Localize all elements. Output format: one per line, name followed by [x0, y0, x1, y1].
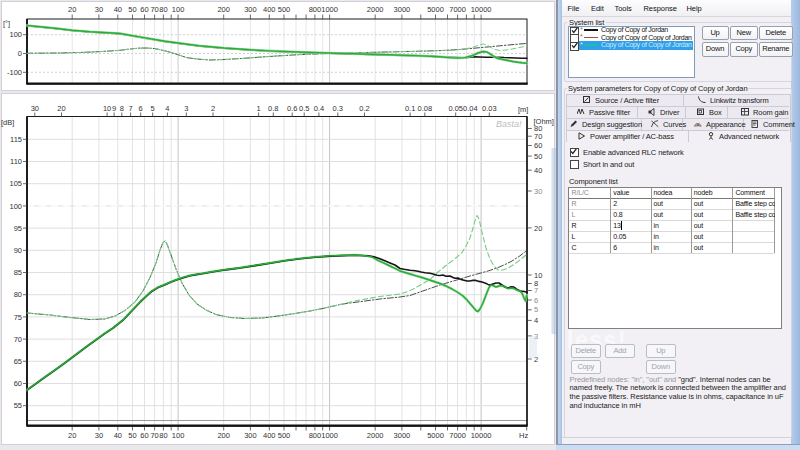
svg-text:85: 85 [14, 268, 22, 277]
svg-text:70: 70 [14, 335, 22, 344]
svg-text:2000: 2000 [367, 431, 384, 440]
svg-text:100: 100 [172, 5, 185, 14]
svg-text:0: 0 [18, 49, 22, 58]
svg-text:5: 5 [534, 305, 538, 314]
svg-text:115: 115 [10, 135, 22, 144]
svg-text:400: 400 [263, 5, 276, 14]
svg-text:70: 70 [150, 5, 158, 14]
svg-text:105: 105 [9, 179, 22, 188]
svg-text:400: 400 [263, 431, 276, 440]
svg-text:80: 80 [159, 431, 167, 440]
svg-text:4: 4 [165, 104, 169, 113]
svg-text:6: 6 [139, 104, 143, 113]
svg-text:20: 20 [68, 431, 76, 440]
svg-text:0.8: 0.8 [268, 104, 278, 113]
svg-text:30: 30 [95, 5, 103, 14]
svg-text:60: 60 [140, 5, 148, 14]
svg-text:0.04: 0.04 [463, 104, 478, 113]
svg-text:0.05: 0.05 [448, 104, 463, 113]
svg-text:0.2: 0.2 [359, 104, 369, 113]
svg-text:7: 7 [534, 286, 538, 295]
svg-text:50: 50 [128, 5, 136, 14]
svg-text:5000: 5000 [427, 5, 444, 14]
svg-text:500: 500 [278, 5, 291, 14]
svg-text:1000: 1000 [321, 5, 338, 14]
svg-text:8: 8 [120, 104, 124, 113]
svg-text:40: 40 [534, 166, 542, 175]
svg-text:110: 110 [10, 157, 22, 166]
svg-text:0.4: 0.4 [314, 104, 324, 113]
svg-text:2000: 2000 [367, 5, 384, 14]
svg-text:[°]: [°] [3, 19, 10, 28]
svg-text:90: 90 [14, 246, 22, 255]
svg-text:200: 200 [217, 5, 230, 14]
svg-text:30: 30 [534, 187, 542, 196]
svg-text:3000: 3000 [394, 431, 411, 440]
svg-text:40: 40 [114, 5, 122, 14]
svg-text:5000: 5000 [427, 431, 444, 440]
svg-text:70: 70 [150, 431, 158, 440]
svg-text:[m]: [m] [518, 105, 528, 114]
svg-text:3: 3 [184, 104, 188, 113]
svg-text:100: 100 [9, 202, 22, 211]
svg-text:300: 300 [244, 5, 257, 14]
svg-text:20: 20 [57, 104, 65, 113]
svg-text:95: 95 [14, 224, 22, 233]
svg-text:10: 10 [103, 104, 111, 113]
svg-text:200: 200 [217, 431, 230, 440]
svg-text:70: 70 [534, 132, 542, 141]
svg-text:500: 500 [278, 431, 291, 440]
svg-text:[dB]: [dB] [1, 118, 14, 127]
svg-text:50: 50 [128, 431, 136, 440]
svg-text:40: 40 [114, 431, 122, 440]
svg-text:60: 60 [140, 431, 148, 440]
svg-text:4: 4 [534, 316, 538, 325]
svg-text:7: 7 [129, 104, 133, 113]
svg-text:1000: 1000 [321, 431, 338, 440]
svg-text:60: 60 [534, 141, 542, 150]
svg-text:10000: 10000 [471, 431, 492, 440]
svg-text:100: 100 [172, 431, 185, 440]
svg-text:Basta!: Basta! [496, 119, 522, 129]
svg-text:80: 80 [14, 290, 22, 299]
svg-text:3000: 3000 [394, 5, 411, 14]
svg-text:20: 20 [534, 224, 542, 233]
svg-text:Hz: Hz [519, 431, 528, 440]
svg-text:0.5: 0.5 [299, 104, 309, 113]
svg-text:800: 800 [309, 431, 322, 440]
svg-text:9: 9 [112, 104, 116, 113]
svg-text:1: 1 [257, 104, 261, 113]
svg-text:30: 30 [95, 431, 103, 440]
svg-text:0.08: 0.08 [417, 104, 432, 113]
svg-text:55: 55 [14, 401, 22, 410]
svg-text:2: 2 [211, 104, 215, 113]
svg-text:7000: 7000 [449, 431, 466, 440]
svg-text:0.1: 0.1 [405, 104, 415, 113]
svg-text:7000: 7000 [449, 5, 466, 14]
svg-text:300: 300 [244, 431, 257, 440]
svg-text:0.03: 0.03 [482, 104, 497, 113]
svg-text:6: 6 [534, 296, 538, 305]
svg-text:75: 75 [14, 313, 22, 322]
svg-text:80: 80 [159, 5, 167, 14]
svg-text:20: 20 [68, 5, 76, 14]
svg-text:50: 50 [534, 152, 542, 161]
svg-text:5: 5 [151, 104, 155, 113]
svg-text:0.6: 0.6 [287, 104, 297, 113]
svg-text:60: 60 [14, 379, 22, 388]
svg-text:30: 30 [31, 104, 39, 113]
svg-text:-100: -100 [7, 68, 22, 77]
svg-text:0.3: 0.3 [333, 104, 343, 113]
svg-text:800: 800 [309, 5, 322, 14]
svg-text:65: 65 [14, 357, 22, 366]
svg-text:100: 100 [9, 30, 22, 39]
svg-text:10000: 10000 [471, 5, 492, 14]
